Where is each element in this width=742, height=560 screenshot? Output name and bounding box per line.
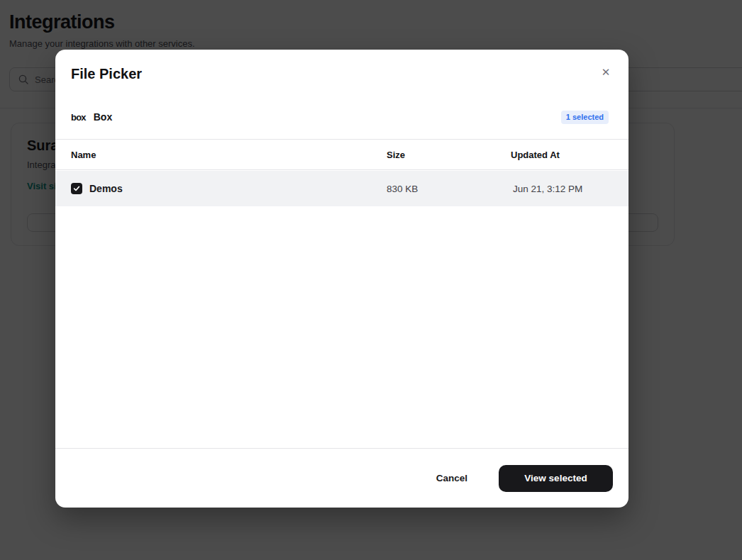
cancel-button[interactable]: Cancel bbox=[435, 467, 469, 489]
source-row: box Box 1 selected bbox=[71, 107, 609, 127]
box-logo-icon: box bbox=[71, 112, 86, 122]
checkmark-icon bbox=[73, 185, 80, 192]
file-name: Demos bbox=[89, 183, 123, 194]
table-header: Name Size Updated At bbox=[55, 140, 629, 170]
view-selected-button[interactable]: View selected bbox=[499, 465, 613, 492]
file-updated-at: Jun 21, 3:12 PM bbox=[513, 171, 582, 206]
column-header-updated-at: Updated At bbox=[511, 140, 560, 170]
column-header-size: Size bbox=[387, 140, 405, 170]
file-picker-modal: File Picker ✕ box Box 1 selected Name Si… bbox=[55, 50, 629, 508]
table-row[interactable]: Demos 830 KB Jun 21, 3:12 PM bbox=[55, 171, 629, 206]
modal-title: File Picker bbox=[71, 66, 142, 82]
column-header-name: Name bbox=[71, 140, 96, 170]
close-icon[interactable]: ✕ bbox=[597, 64, 614, 81]
modal-footer: Cancel View selected bbox=[55, 448, 629, 508]
row-checkbox-checked[interactable] bbox=[71, 183, 82, 194]
source-name: Box bbox=[94, 111, 112, 123]
file-size: 830 KB bbox=[387, 171, 418, 206]
selected-count-badge: 1 selected bbox=[561, 111, 609, 124]
